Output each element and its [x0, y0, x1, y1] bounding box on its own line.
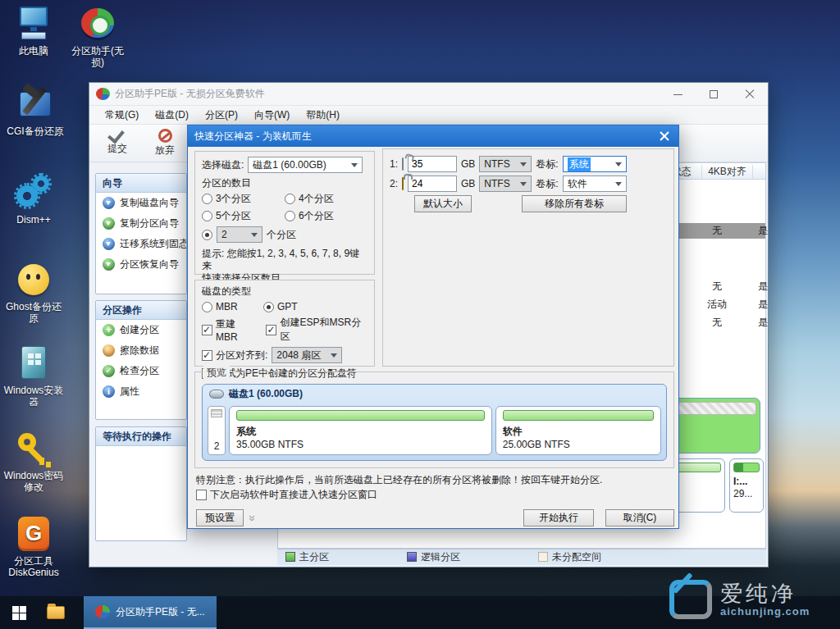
disk-graph-partition-i[interactable]: I:... 29... [729, 458, 764, 513]
status-cell: 无 [696, 280, 737, 294]
this-pc-icon [15, 5, 52, 43]
radio-mbr[interactable]: MBR [202, 301, 259, 312]
close-button[interactable] [732, 83, 768, 106]
desktop-icon-cgi-backup[interactable]: CGI备份还原 [0, 85, 71, 137]
sidebar-item-copy-disk-wizard[interactable]: 复制磁盘向导 [96, 193, 186, 213]
discard-button[interactable]: 放弃 [155, 129, 175, 157]
radio-6-partitions[interactable]: 6个分区 [285, 209, 334, 223]
discard-icon [158, 129, 172, 143]
lock-icon[interactable] [402, 178, 404, 189]
status-cell: 无 [696, 316, 737, 330]
sidebar-item-check-partition[interactable]: 检查分区 [96, 361, 186, 381]
checkbox-rebuild-mbr[interactable]: 重建MBR [202, 317, 255, 343]
radio-icon [202, 211, 212, 221]
checkbox-autostart-quick-partition[interactable]: 下次启动软件时直接进入快速分区窗口 [196, 488, 377, 502]
sidebar-panel-pending: 等待执行的操作 [95, 426, 187, 541]
align-cell: 是 [742, 298, 783, 312]
sidebar-item-partition-recovery[interactable]: 分区恢复向导 [96, 254, 186, 275]
partition2-volume-combo[interactable]: 软件 [563, 175, 627, 192]
partition1-size-input[interactable] [408, 156, 457, 172]
submit-button[interactable]: 提交 [107, 131, 127, 156]
fs-value: NTFS [484, 158, 509, 170]
chevron-down-icon [331, 353, 337, 358]
preset-button[interactable]: 预设置 [196, 509, 244, 526]
sidebar-item-properties[interactable]: 属性 [96, 381, 186, 402]
menu-general[interactable]: 常规(G) [98, 106, 146, 125]
menu-wizard[interactable]: 向导(W) [247, 106, 297, 125]
start-button-taskbar[interactable] [0, 596, 38, 629]
preview-row-number-box: 2 [208, 406, 226, 455]
desktop-icon-partition-assistant[interactable]: 分区助手(无损) [66, 5, 130, 68]
disk-icon [209, 390, 224, 399]
default-size-button[interactable]: 默认大小 [414, 195, 472, 212]
volume-label-value: 软件 [568, 177, 587, 191]
sidebar-item-wipe-data[interactable]: 擦除数据 [96, 340, 186, 361]
pending-panel-title[interactable]: 等待执行的操作 [96, 427, 186, 446]
close-icon [745, 89, 755, 99]
start-button[interactable]: 开始执行 [523, 509, 594, 526]
copy-partition-icon [103, 217, 115, 230]
expander-icon[interactable]: » [246, 515, 259, 520]
sidebar-item-copy-partition-wizard[interactable]: 复制分区向导 [96, 213, 186, 234]
maximize-button[interactable] [696, 83, 732, 106]
remove-all-labels-button[interactable]: 移除所有卷标 [522, 195, 627, 212]
preview-group: 预览 磁盘1 (60.00GB) 2 系统 35.00GB NTFS [194, 371, 674, 468]
windows-logo-icon [12, 606, 26, 620]
desktop-icon-ghost-backup[interactable]: Ghost备份还原 [2, 261, 66, 324]
checkbox-align-partition[interactable]: 分区对齐到: [202, 349, 267, 362]
mini-bar-icon [211, 409, 222, 417]
cancel-button[interactable]: 取消(C) [605, 509, 674, 526]
check-partition-icon [103, 365, 115, 377]
checkbox-icon [202, 350, 212, 361]
properties-icon [103, 385, 115, 398]
align-sector-combo[interactable]: 2048 扇区 [272, 347, 342, 363]
minimize-button[interactable] [660, 83, 696, 106]
operations-panel-title[interactable]: 分区操作 [96, 301, 186, 320]
menu-partition[interactable]: 分区(P) [198, 106, 245, 125]
preview-partition-software[interactable]: 软件 25.00GB NTFS [495, 406, 661, 455]
dialog-titlebar[interactable]: 快速分区神器 - 为装机而生 [188, 125, 678, 147]
partition1-volume-combo[interactable]: 系统 [563, 156, 627, 172]
desktop-icon-windows-password[interactable]: Windows密码修改 [2, 430, 66, 493]
desktop-icon-label: 此电脑 [2, 45, 66, 57]
partition1-fs-combo[interactable]: NTFS [479, 156, 532, 172]
maximize-icon [710, 90, 718, 98]
key-icon [15, 430, 52, 467]
menu-disk[interactable]: 磁盘(D) [148, 106, 196, 125]
sidebar-item-create-partition[interactable]: 创建分区 [96, 320, 186, 340]
radio-4-partitions[interactable]: 4个分区 [285, 192, 334, 206]
chevron-down-icon [615, 162, 622, 166]
checkbox-icon [202, 325, 212, 335]
partition-usage-bar [503, 410, 654, 421]
partition2-fs-combo[interactable]: NTFS [479, 175, 532, 192]
file-explorer-button[interactable] [38, 596, 74, 629]
radio-5-partitions[interactable]: 5个分区 [202, 209, 281, 223]
disk-select-combo[interactable]: 磁盘1 (60.00GB) [248, 157, 363, 173]
radio-3-partitions[interactable]: 3个分区 [202, 192, 281, 206]
desktop-icon-dism[interactable]: Dism++ [2, 174, 66, 226]
unlock-icon[interactable] [402, 158, 404, 170]
chevron-down-icon [251, 233, 258, 237]
desktop-icon-windows-installer[interactable]: Windows安装器 [2, 344, 66, 408]
sidebar-item-migrate-os[interactable]: 迁移系统到固态硬盘 [96, 234, 186, 254]
disk-select-value: 磁盘1 (60.00GB) [253, 158, 326, 172]
checkbox-create-esp-msr[interactable]: 创建ESP和MSR分区 [266, 316, 368, 344]
dialog-close-button[interactable] [652, 127, 677, 145]
recovery-icon [103, 258, 115, 271]
preview-partition-system[interactable]: 系统 35.00GB NTFS [229, 406, 492, 455]
custom-count-combo[interactable]: 2 [217, 226, 262, 243]
legend-bar: 主分区 逻辑分区 未分配空间 [277, 549, 766, 565]
partition-size: 29... [733, 488, 760, 499]
radio-custom-count[interactable] [202, 230, 212, 240]
menu-help[interactable]: 帮助(H) [299, 106, 347, 125]
ghost-icon [15, 261, 52, 299]
wizard-panel-title[interactable]: 向导 [96, 174, 186, 193]
desktop-icon-label: 分区工具DiskGenius [2, 555, 66, 578]
desktop-icon-this-pc[interactable]: 此电脑 [2, 5, 66, 57]
column-4kb-align[interactable]: 4KB对齐 [701, 165, 752, 179]
desktop-icon-diskgenius[interactable]: 分区工具DiskGenius [2, 515, 66, 578]
radio-gpt[interactable]: GPT [263, 301, 298, 312]
count-hint-line1: 提示: 您能按1, 2, 3, 4, 5, 6, 7, 8, 9键来 [202, 248, 368, 272]
partition2-size-input[interactable] [408, 175, 457, 192]
taskbar-active-task[interactable]: 分区助手PE版 - 无... [84, 596, 217, 629]
